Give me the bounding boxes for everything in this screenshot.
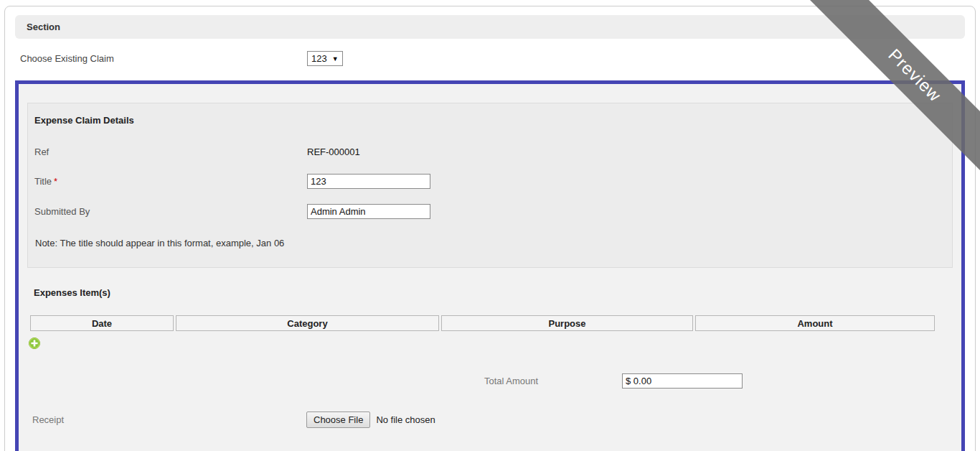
- file-chosen-status: No file chosen: [376, 414, 435, 425]
- title-format-note: Note: The title should appear in this fo…: [35, 238, 946, 248]
- expenses-table: Date Category Purpose Amount: [28, 313, 937, 333]
- expenses-items-title: Expenses Item(s): [34, 287, 953, 298]
- expenses-col-date: Date: [30, 315, 174, 331]
- submitted-by-input[interactable]: [307, 204, 430, 219]
- ref-value: REF-000001: [307, 147, 360, 157]
- form-preview-page: Section Choose Existing Claim 123 ▼ Expe…: [4, 6, 976, 451]
- add-expense-row-icon[interactable]: [29, 338, 40, 349]
- expenses-col-amount: Amount: [695, 315, 935, 331]
- title-field-row: Title*: [34, 174, 946, 189]
- submitted-by-label: Submitted By: [34, 206, 307, 217]
- receipt-label: Receipt: [32, 414, 306, 425]
- expenses-table-header-row: Date Category Purpose Amount: [30, 315, 935, 331]
- dropdown-arrow-icon: ▼: [332, 55, 339, 62]
- choose-existing-claim-row: Choose Existing Claim 123 ▼: [20, 51, 965, 66]
- title-input[interactable]: [307, 174, 430, 189]
- expense-claim-details-panel: Expense Claim Details Ref REF-000001 Tit…: [27, 103, 953, 268]
- total-amount-input[interactable]: [622, 373, 743, 389]
- ref-field-row: Ref REF-000001: [34, 144, 946, 159]
- title-label: Title*: [34, 176, 307, 187]
- expenses-col-purpose: Purpose: [441, 315, 693, 331]
- receipt-row: Receipt Choose File No file chosen: [32, 412, 953, 428]
- section-header: Section: [15, 15, 965, 39]
- submitted-by-field-row: Submitted By: [34, 204, 946, 219]
- existing-claim-selected-value: 123: [311, 53, 327, 64]
- choose-file-button[interactable]: Choose File: [306, 412, 370, 428]
- existing-claim-select[interactable]: 123 ▼: [307, 51, 343, 66]
- expense-claim-details-title: Expense Claim Details: [34, 115, 946, 126]
- expense-claim-form-container: Expense Claim Details Ref REF-000001 Tit…: [15, 80, 965, 451]
- total-amount-label: Total Amount: [484, 376, 593, 386]
- required-asterisk: *: [54, 176, 57, 187]
- total-amount-row: Total Amount: [484, 373, 953, 389]
- ref-label: Ref: [34, 147, 307, 157]
- expenses-col-category: Category: [176, 315, 439, 331]
- choose-existing-claim-label: Choose Existing Claim: [20, 53, 307, 64]
- section-title: Section: [27, 22, 60, 32]
